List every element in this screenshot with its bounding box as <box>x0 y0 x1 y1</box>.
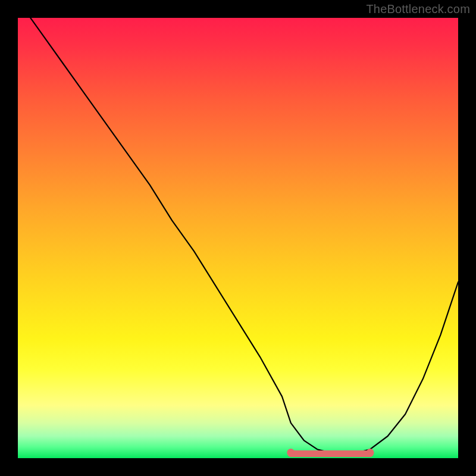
watermark-text: TheBottleneck.com <box>366 2 470 16</box>
chart-svg <box>0 0 476 476</box>
optimal-range-dot-right <box>367 449 374 456</box>
bottleneck-curve <box>18 0 458 453</box>
chart-stage: TheBottleneck.com <box>0 0 476 476</box>
optimal-range-dot-left <box>287 449 295 456</box>
